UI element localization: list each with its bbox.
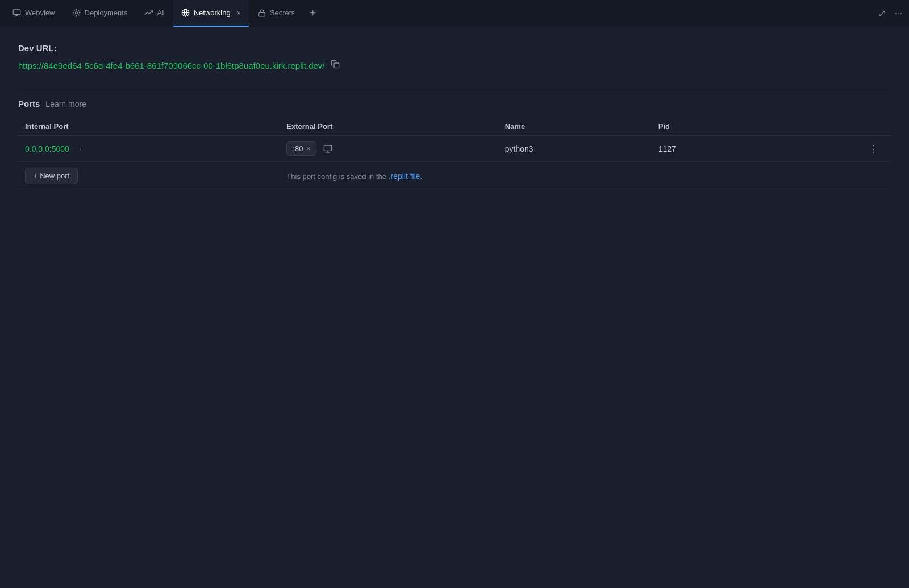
remove-port-button[interactable]: ×	[306, 145, 310, 153]
tab-ai-label: AI	[157, 9, 164, 17]
tab-secrets[interactable]: Secrets	[250, 0, 303, 27]
tab-networking-label: Networking	[194, 9, 231, 17]
svg-rect-8	[324, 145, 332, 151]
table-row: 0.0.0.0:5000 → :80 ×	[18, 136, 891, 162]
external-port-monitor-icon	[323, 144, 332, 153]
col-pid: Pid	[652, 118, 766, 136]
row-more-button[interactable]: ⋮	[864, 141, 884, 157]
tab-deployments[interactable]: Deployments	[64, 0, 136, 27]
ports-header: Ports Learn more	[18, 99, 891, 109]
tab-webview[interactable]: Webview	[5, 0, 63, 27]
ports-table: Internal Port External Port Name Pid 0.0…	[18, 118, 891, 190]
ports-title: Ports	[18, 99, 40, 109]
tab-networking-close[interactable]: ×	[237, 9, 241, 17]
col-external-port: External Port	[280, 118, 498, 136]
svg-point-3	[75, 12, 77, 14]
tab-ai[interactable]: AI	[136, 0, 172, 27]
pid-cell: 1127	[652, 136, 766, 162]
more-button[interactable]: ···	[893, 6, 904, 21]
divider	[18, 87, 891, 87]
new-port-row: + New port This port config is saved in …	[18, 162, 891, 190]
expand-button[interactable]: ⤢	[876, 6, 888, 21]
svg-rect-7	[334, 63, 339, 68]
deployments-icon	[72, 9, 81, 17]
tab-bar-actions: ⤢ ···	[876, 6, 904, 21]
actions-cell: ⋮	[766, 136, 891, 162]
external-port-cell: :80 ×	[280, 136, 498, 162]
name-cell: python3	[498, 136, 652, 162]
new-port-button[interactable]: + New port	[25, 168, 78, 184]
dev-url-row: https://84e9ed64-5c6d-4fe4-b661-861f7090…	[18, 60, 891, 71]
new-port-label: + New port	[34, 172, 69, 180]
monitor-icon	[12, 9, 21, 17]
svg-rect-6	[258, 12, 265, 16]
new-port-cell: + New port	[18, 162, 280, 190]
table-header-row: Internal Port External Port Name Pid	[18, 118, 891, 136]
col-name: Name	[498, 118, 652, 136]
tab-webview-label: Webview	[25, 9, 55, 17]
networking-content: Dev URL: https://84e9ed64-5c6d-4fe4-b661…	[0, 27, 909, 206]
ai-icon	[144, 9, 153, 17]
external-port-value: :80	[293, 144, 303, 153]
port-config-prefix: This port config is saved in the	[286, 172, 388, 181]
tab-networking[interactable]: Networking ×	[173, 0, 249, 27]
tab-deployments-label: Deployments	[85, 9, 128, 17]
col-actions	[766, 118, 891, 136]
port-tag[interactable]: :80 ×	[286, 141, 316, 156]
port-config-msg-cell: This port config is saved in the .replit…	[280, 162, 891, 190]
arrow-icon: →	[75, 144, 83, 153]
learn-more-link[interactable]: Learn more	[45, 99, 86, 109]
replit-file-link[interactable]: .replit file	[389, 172, 420, 181]
dev-url-link[interactable]: https://84e9ed64-5c6d-4fe4-b661-861f7090…	[18, 61, 325, 70]
dev-url-label: Dev URL:	[18, 43, 891, 53]
networking-icon	[181, 9, 190, 17]
svg-rect-0	[13, 10, 20, 15]
tab-bar: Webview Deployments AI Networkin	[0, 0, 909, 27]
lock-icon	[258, 9, 266, 17]
port-config-suffix: .	[420, 172, 423, 181]
tab-add-button[interactable]: +	[304, 5, 322, 23]
internal-port-value: 0.0.0.0:5000	[25, 144, 69, 153]
col-internal-port: Internal Port	[18, 118, 280, 136]
copy-url-button[interactable]	[331, 60, 340, 71]
tab-secrets-label: Secrets	[270, 9, 295, 17]
internal-port-cell: 0.0.0.0:5000 →	[18, 136, 280, 162]
